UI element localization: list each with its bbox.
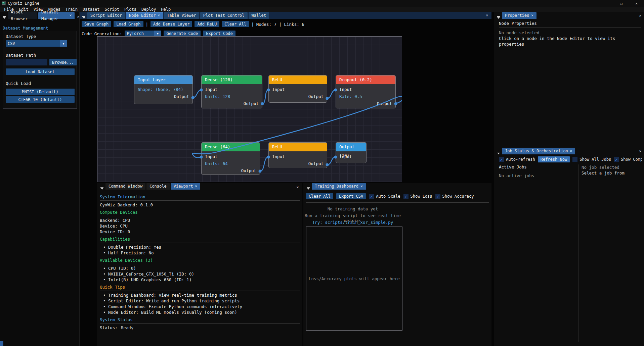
collapse-icon[interactable] [3,16,6,19]
output-port-label[interactable]: Output [269,93,327,100]
cifar-button[interactable]: CIFAR-10 (Default) [6,96,75,103]
maximize-icon[interactable]: ❐ [614,0,629,7]
tab-properties[interactable]: Properties ✕ [502,12,536,19]
node-relu-1[interactable]: ReLU Input Output [268,75,327,103]
tab-table-viewer[interactable]: Table Viewer [164,12,199,19]
collapse-icon[interactable] [82,16,85,19]
checkbox-icon[interactable]: ✓ [499,157,504,162]
input-port-label[interactable]: Input [269,86,327,93]
section-heading: System Information [100,194,300,199]
panel-close-icon[interactable]: ✕ [639,13,641,18]
dataset-type-combo[interactable]: CSV ▼ [6,40,67,47]
checkbox-icon[interactable]: ✓ [614,157,619,162]
tab-close-icon[interactable]: ✕ [531,12,533,19]
chevron-down-icon[interactable]: ▼ [154,31,161,37]
node-input-layer[interactable]: Input Layer Shape: (None, 784) Output [134,75,193,104]
node-output-10[interactable]: Output (10) Input [336,142,367,163]
clear-all-button[interactable]: Clear All [306,193,333,199]
input-port-label[interactable]: Input [269,153,327,160]
close-icon[interactable]: ✕ [629,0,644,7]
tab-close-icon[interactable]: ✕ [158,12,160,19]
auto-refresh-checkbox[interactable]: ✓ Auto-refresh [499,157,535,162]
properties-tabbar: Properties ✕ [494,12,644,19]
tabbar-close-icon[interactable]: ✕ [486,13,488,17]
minimize-icon[interactable]: — [599,0,614,7]
collapse-icon[interactable] [497,16,500,19]
checkbox-icon[interactable]: ✓ [435,194,440,199]
node-dense-128[interactable]: Dense (128) Input Units: 128 Output [201,75,262,108]
menu-help[interactable]: Help [161,7,171,12]
dataset-path-label: Dataset Path [6,53,77,58]
show-completed-checkbox[interactable]: ✓ Show Complet [614,157,642,162]
load-graph-button[interactable]: Load Graph [114,21,143,27]
tab-console[interactable]: Console [146,183,170,190]
training-message: No training data yet [303,206,402,211]
checkbox-icon[interactable]: ✓ [403,194,409,199]
menu-script[interactable]: Script [105,7,119,12]
tab-close-icon[interactable]: ✕ [360,183,363,190]
mnist-button[interactable]: MNIST (Default) [6,89,75,95]
input-port-label[interactable]: Input [336,153,366,160]
collapse-icon[interactable] [100,187,103,190]
tab-node-editor[interactable]: Node Editor ✕ [126,12,163,19]
tab-job-status[interactable]: Job Status & Orchestration ✕ [502,148,575,154]
tab-command-window[interactable]: Command Window [105,183,145,190]
divider [578,164,578,342]
no-node-selected: No node selected [499,30,641,36]
panel-close-icon[interactable]: ✕ [639,149,641,153]
show-all-jobs-checkbox[interactable]: ✓ Show All Jobs [572,157,611,162]
panel-close-icon[interactable]: ✕ [77,14,79,19]
framework-combo[interactable]: PyTorch ▼ [125,31,161,37]
node-relu-2[interactable]: ReLU Input Output [268,142,327,168]
checkbox-icon[interactable]: ✓ [369,194,374,199]
output-port-label[interactable]: Output [202,167,260,174]
collapse-icon[interactable] [497,152,500,154]
output-port-label[interactable]: Output [336,100,395,107]
output-port-label[interactable]: Output [134,93,192,100]
add-dense-layer-button[interactable]: Add Dense Layer [151,21,192,27]
chevron-down-icon[interactable]: ▼ [60,40,67,47]
clear-all-button[interactable]: Clear All [222,21,249,27]
node-canvas[interactable]: Input Layer Shape: (None, 784) Output De… [97,36,402,182]
generate-code-button[interactable]: Generate Code [164,31,201,37]
node-dropout[interactable]: Dropout (0.2) Input Rate: 0.5 Output [336,75,396,108]
tab-plot-test-control[interactable]: Plot Test Control [200,12,248,19]
console-panel: Command Window Console Viewport ✕ ✕ Syst… [97,183,302,346]
tab-script-editor[interactable]: Script Editor [87,12,125,19]
show-loss-checkbox[interactable]: ✓ Show Loss [403,194,432,199]
job-status-panel: Job Status & Orchestration ✕ ✕ ✓ Auto-re… [494,148,644,346]
checkbox-icon[interactable]: ✓ [572,157,577,162]
input-port-label[interactable]: Input [202,153,260,160]
auto-scale-checkbox[interactable]: ✓ Auto Scale [369,194,400,199]
menu-dataset[interactable]: Dataset [83,7,100,12]
node-dense-64[interactable]: Dense (64) Input Units: 64 Output [201,142,260,175]
tab-training-dashboard[interactable]: Training Dashboard ✕ [312,183,366,190]
export-code-button[interactable]: Export Code [203,31,235,37]
console-tabbar: Command Window Console Viewport ✕ [97,183,302,190]
browse-button[interactable]: Browse... [49,59,77,65]
collapse-icon[interactable] [307,187,310,190]
tab-dataset-manager[interactable]: Dataset Manager ✕ [38,12,75,19]
output-port-label[interactable]: Output [269,160,327,167]
save-graph-button[interactable]: Save Graph [82,21,111,27]
tab-wallet[interactable]: Wallet [249,12,269,19]
tab-close-icon[interactable]: ✕ [70,12,72,19]
show-accuracy-checkbox[interactable]: ✓ Show Accuracy [435,194,474,199]
link-dense128-to-relu1 [262,90,268,104]
input-port-label[interactable]: Input [202,86,262,93]
export-csv-button[interactable]: Export CSV [336,193,366,199]
tab-asset-browser[interactable]: Asset Browser [8,12,37,19]
refresh-now-button[interactable]: Refresh Now [538,156,570,162]
panel-close-icon[interactable]: ✕ [296,185,299,189]
menu-deploy[interactable]: Deploy [141,7,156,12]
tab-viewport[interactable]: Viewport ✕ [171,183,200,190]
dataset-path-input[interactable] [6,59,47,65]
tab-close-icon[interactable]: ✕ [195,183,198,190]
add-relu-button[interactable]: Add ReLU [195,21,219,27]
output-port-label[interactable]: Output [202,100,262,107]
menu-plots[interactable]: Plots [124,7,136,12]
input-port-label[interactable]: Input [336,86,395,93]
load-dataset-button[interactable]: Load Dataset [6,68,75,75]
training-script-link[interactable]: Try: scripts/train_xor_simple.py [303,220,402,225]
tab-close-icon[interactable]: ✕ [570,148,572,154]
